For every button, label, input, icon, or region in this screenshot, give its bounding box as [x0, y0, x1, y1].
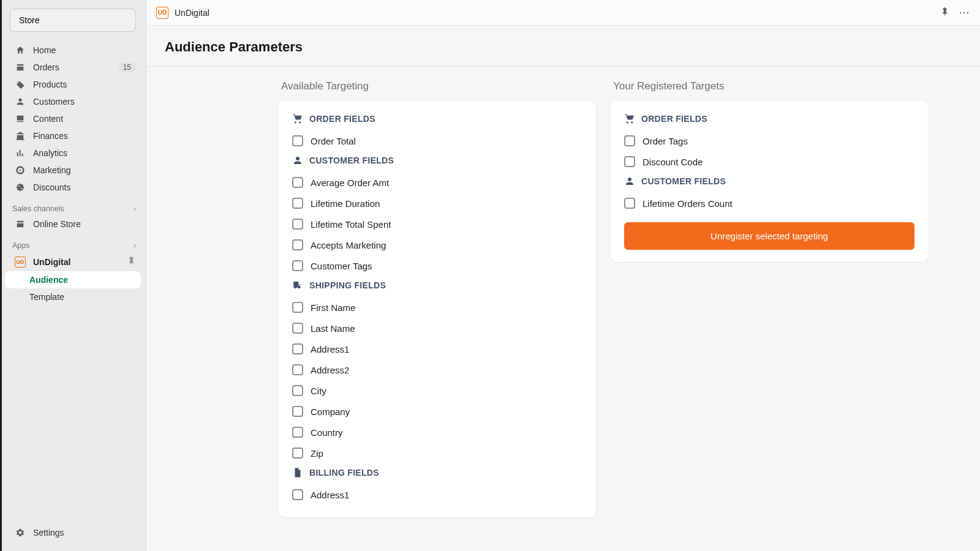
field-group-header: ORDER FIELDS — [292, 113, 582, 124]
app-root: Store Home Orders 15 Products Customers — [0, 0, 980, 551]
available-card: ORDER FIELDSOrder TotalCUSTOMER FIELDSAv… — [279, 101, 596, 517]
checkbox[interactable] — [292, 448, 303, 459]
nav-online-store[interactable]: Online Store — [0, 216, 146, 233]
nav-label: Home — [33, 45, 56, 55]
sales-channels-header[interactable]: Sales channels › — [0, 196, 146, 216]
checkbox[interactable] — [292, 364, 303, 375]
checkbox[interactable] — [292, 323, 303, 334]
main: UD UnDigital ··· Audience Parameters Ava… — [146, 0, 980, 551]
topbar: UD UnDigital ··· — [146, 0, 980, 26]
apps-header[interactable]: Apps › — [0, 233, 146, 252]
store-selector-button[interactable]: Store — [10, 9, 136, 32]
targeting-field-row: Order Total — [292, 130, 582, 151]
targeting-field-row: Address1 — [292, 339, 582, 359]
page-header: Audience Parameters — [146, 26, 980, 67]
nav-discounts[interactable]: Discounts — [0, 179, 146, 196]
orders-icon — [15, 62, 26, 72]
nav-analytics[interactable]: Analytics — [0, 144, 146, 162]
pin-icon[interactable] — [126, 256, 136, 268]
field-label: Discount Code — [643, 157, 703, 167]
field-group-header: BILLING FIELDS — [292, 467, 582, 478]
cart-icon — [624, 113, 635, 124]
page-title: Audience Parameters — [165, 39, 962, 55]
checkbox[interactable] — [624, 156, 635, 167]
chevron-right-icon: › — [134, 204, 136, 213]
checkbox[interactable] — [292, 302, 303, 313]
targeting-field-row: Last Name — [292, 318, 582, 339]
gear-icon — [15, 528, 26, 538]
nav-content[interactable]: Content — [0, 110, 146, 127]
checkbox[interactable] — [292, 260, 303, 271]
available-column: Available Targeting ORDER FIELDSOrder To… — [279, 73, 596, 517]
sidebar-sub-template[interactable]: Template — [0, 288, 146, 305]
field-group-header: ORDER FIELDS — [624, 113, 914, 124]
orders-badge: 15 — [118, 62, 136, 72]
nav-products[interactable]: Products — [0, 76, 146, 93]
available-column-title: Available Targeting — [279, 73, 596, 101]
targeting-field-row: Lifetime Duration — [292, 193, 582, 214]
checkbox[interactable] — [292, 343, 303, 354]
discounts-icon — [15, 182, 26, 192]
content-area: Available Targeting ORDER FIELDSOrder To… — [146, 67, 980, 551]
checkbox[interactable] — [292, 177, 303, 188]
nav-home[interactable]: Home — [0, 42, 146, 59]
nav-label: Customers — [33, 97, 75, 107]
nav-label: Analytics — [33, 148, 67, 158]
checkbox[interactable] — [292, 135, 303, 146]
cart-icon — [292, 113, 303, 124]
targeting-field-row: Discount Code — [624, 151, 914, 172]
nav-marketing[interactable]: Marketing — [0, 162, 146, 179]
nav-label: Products — [33, 80, 67, 89]
chevron-right-icon: › — [134, 241, 136, 250]
marketing-icon — [15, 165, 26, 175]
checkbox[interactable] — [292, 198, 303, 209]
nav-customers[interactable]: Customers — [0, 93, 146, 110]
field-label: City — [311, 386, 326, 396]
unregister-button[interactable]: Unregister selected targeting — [624, 222, 914, 250]
checkbox[interactable] — [292, 385, 303, 396]
checkbox[interactable] — [292, 239, 303, 250]
nav-orders[interactable]: Orders 15 — [0, 59, 146, 76]
nav-label: Orders — [33, 62, 59, 72]
field-label: Address2 — [311, 365, 349, 375]
targeting-columns: Available Targeting ORDER FIELDSOrder To… — [279, 73, 928, 517]
group-label: BILLING FIELDS — [309, 468, 379, 478]
targeting-field-row: City — [292, 380, 582, 401]
field-label: Order Tags — [643, 136, 688, 146]
nav-label: Settings — [33, 528, 64, 538]
sidebar-app-undigital[interactable]: UD UnDigital — [0, 252, 146, 271]
field-label: Average Order Amt — [311, 178, 389, 188]
targeting-field-row: First Name — [292, 297, 582, 318]
sidebar-sub-audience[interactable]: Audience — [5, 271, 141, 288]
targeting-field-row: Order Tags — [624, 130, 914, 151]
checkbox[interactable] — [624, 135, 635, 146]
nav-label: Marketing — [33, 165, 70, 175]
targeting-field-row: Customer Tags — [292, 255, 582, 276]
checkbox[interactable] — [292, 219, 303, 230]
group-label: CUSTOMER FIELDS — [641, 176, 726, 186]
targeting-field-row: Address1 — [292, 484, 582, 505]
nav-finances[interactable]: Finances — [0, 127, 146, 144]
field-label: Accepts Marketing — [311, 240, 386, 250]
registered-card: ORDER FIELDSOrder TagsDiscount CodeCUSTO… — [611, 101, 928, 262]
checkbox[interactable] — [292, 489, 303, 500]
checkbox[interactable] — [624, 198, 635, 209]
nav-label: Online Store — [33, 219, 81, 229]
person-icon — [292, 155, 303, 166]
more-menu-icon[interactable]: ··· — [959, 8, 970, 18]
group-label: ORDER FIELDS — [641, 114, 707, 124]
nav-label: Content — [33, 114, 63, 124]
targeting-field-row: Address2 — [292, 359, 582, 380]
targeting-field-row: Average Order Amt — [292, 172, 582, 193]
customers-icon — [15, 97, 26, 107]
field-label: Last Name — [311, 323, 355, 334]
group-label: ORDER FIELDS — [309, 114, 375, 124]
store-icon — [15, 219, 26, 229]
group-label: SHIPPING FIELDS — [309, 280, 386, 290]
nav-settings[interactable]: Settings — [0, 524, 146, 541]
pin-app-icon[interactable] — [940, 7, 949, 18]
topbar-actions: ··· — [940, 7, 970, 18]
checkbox[interactable] — [292, 406, 303, 417]
checkbox[interactable] — [292, 427, 303, 438]
field-label: Lifetime Duration — [311, 198, 380, 209]
